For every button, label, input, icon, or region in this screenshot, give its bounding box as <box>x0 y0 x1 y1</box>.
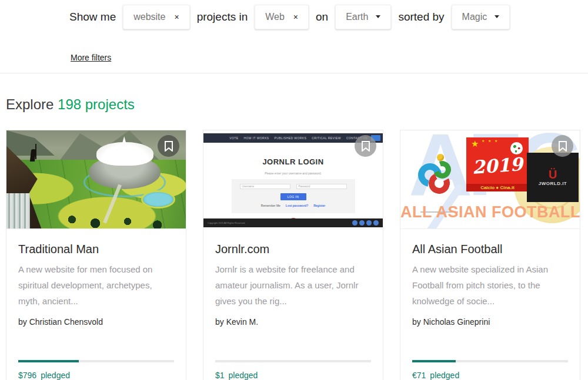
show-me-label: Show me <box>69 11 116 23</box>
bookmark-icon <box>164 141 173 152</box>
jornlr-nav-item: HOW IT WORKS <box>244 136 269 140</box>
pledged-row: $1 pledged <box>215 371 371 380</box>
jworld-badge: Ü JWORLD.IT <box>527 153 579 202</box>
funding-progress-bar <box>412 360 568 362</box>
jornlr-nav-item: PUBLISHED WORKS <box>275 136 307 140</box>
small-stars-icon: ★ ★ ★ <box>482 139 499 143</box>
explore-prefix: Explore <box>6 96 58 112</box>
bookmark-button[interactable] <box>158 135 179 157</box>
project-byline: by Kevin M. <box>215 317 371 327</box>
project-title-link[interactable]: Jornlr.com <box>215 243 371 256</box>
project-image-football-collage[interactable]: AFC ★ ★ ★ ★ 2019 Calcio ● Cina.it Ü JWOR… <box>400 130 580 229</box>
jornlr-copyright: Copyright 2015 All Rights Reserved <box>208 221 245 224</box>
pledged-label: pledged <box>430 371 459 380</box>
funding-stats: €71 pledged 28% funded 16 days to go <box>412 371 568 380</box>
more-filters-link[interactable]: More filters <box>71 53 111 62</box>
bookmark-icon <box>558 141 567 152</box>
year-script: 2019 <box>466 153 529 178</box>
funding-stats: $1 pledged 0% funded 17 days to go <box>215 371 371 380</box>
sort-dropdown[interactable]: Magic <box>452 5 510 29</box>
sort-value: Magic <box>462 12 487 22</box>
calcio-cina-badge: ★ ★ ★ ★ 2019 Calcio ● Cina.it <box>466 137 529 191</box>
location-dropdown[interactable]: Earth <box>335 5 391 29</box>
project-byline: by Nicholas Gineprini <box>412 317 568 327</box>
jworld-logo-mark: Ü <box>549 169 557 180</box>
project-image-fantasy-landscape[interactable] <box>6 130 186 229</box>
funding-progress-bar <box>18 360 174 362</box>
more-filters-row: More filters <box>71 52 588 63</box>
jornlr-lost-password-link: Lost password? <box>286 204 308 207</box>
pledged-row: $796 pledged <box>18 371 174 380</box>
project-image-jornlr-screenshot[interactable]: VOTE HOW IT WORKS PUBLISHED WORKS CRITIC… <box>203 130 383 229</box>
pledged-amount: $1 <box>215 371 225 380</box>
project-title-link[interactable]: Traditional Man <box>18 243 174 256</box>
card-body: All Asian Football A new website special… <box>400 229 580 380</box>
category-chip-label: website <box>133 12 165 22</box>
jornlr-footer: Copyright 2015 All Rights Reserved <box>203 218 383 227</box>
header-divider <box>0 73 588 73</box>
jornlr-login-panel: Username Password LOG IN Remember Me Los… <box>232 179 355 213</box>
sorted-by-label: sorted by <box>398 11 444 23</box>
jornlr-login-heading: JORNLR LOGIN <box>203 157 383 166</box>
pledged-label: pledged <box>229 371 258 380</box>
pledged-amount: €71 <box>412 371 426 380</box>
jornlr-login-subheading: Please enter your username and password. <box>203 171 383 175</box>
chevron-down-icon <box>495 15 499 18</box>
page-title: Explore 198 projects <box>6 96 588 113</box>
project-title-link[interactable]: All Asian Football <box>412 243 568 256</box>
on-label: on <box>316 11 328 23</box>
project-description: A new website specialized in Asian Footb… <box>412 261 568 309</box>
projects-in-label: projects in <box>197 11 248 23</box>
pledged-label: pledged <box>41 371 70 380</box>
platform-chip-web[interactable]: Web × <box>255 5 309 29</box>
funding-stats: $796 pledged 39% funded 11 hours to go <box>18 371 174 380</box>
bookmark-button[interactable] <box>552 135 573 157</box>
location-value: Earth <box>346 12 368 22</box>
jornlr-social-icons <box>352 220 379 226</box>
chevron-down-icon <box>376 15 380 18</box>
project-grid: Traditional Man A new website for men fo… <box>0 130 588 380</box>
jornlr-nav-item: CRITICAL REVIEW <box>312 136 341 140</box>
bookmark-button[interactable] <box>355 135 376 157</box>
project-byline: by Christian Chensvold <box>18 317 174 327</box>
platform-chip-label: Web <box>265 12 285 22</box>
project-card-jornlr[interactable]: VOTE HOW IT WORKS PUBLISHED WORKS CRITIC… <box>203 130 383 380</box>
jornlr-username-field: Username <box>240 184 290 189</box>
remove-platform-icon[interactable]: × <box>293 13 298 21</box>
jornlr-nav-item: VOTE <box>229 136 238 140</box>
jornlr-password-field: Password <box>296 184 347 189</box>
star-icon: ★ <box>471 139 479 149</box>
remove-category-icon[interactable]: × <box>174 13 179 21</box>
jworld-logo-text: JWORLD.IT <box>539 181 567 186</box>
jornlr-login-button: LOG IN <box>280 193 306 200</box>
category-chip-website[interactable]: website × <box>123 5 189 29</box>
funding-progress-bar <box>215 360 371 362</box>
card-body: Traditional Man A new website for men fo… <box>6 229 186 380</box>
pledged-amount: $796 <box>18 371 36 380</box>
jornlr-register-link: Register <box>313 204 325 207</box>
filter-bar: Show me website × projects in Web × on E… <box>0 0 588 31</box>
soccer-ball-icon <box>510 142 523 154</box>
project-count: 198 projects <box>58 96 135 112</box>
project-card-all-asian-football[interactable]: AFC ★ ★ ★ ★ 2019 Calcio ● Cina.it Ü JWOR… <box>400 130 580 380</box>
bookmark-icon <box>361 141 370 152</box>
collage-headline: ALL ASIAN FOOTBALL <box>400 203 580 221</box>
card-body: Jornlr.com Jornlr is a website for freel… <box>203 229 383 380</box>
jornlr-remember-label: Remember Me <box>261 204 280 207</box>
project-description: A new website for men focused on spiritu… <box>18 261 174 309</box>
project-description: Jornlr is a website for freelance and am… <box>215 261 371 309</box>
badge-caption: Calcio ● Cina.it <box>466 184 529 191</box>
project-card-traditional-man[interactable]: Traditional Man A new website for men fo… <box>6 130 186 380</box>
pledged-row: €71 pledged <box>412 371 568 380</box>
